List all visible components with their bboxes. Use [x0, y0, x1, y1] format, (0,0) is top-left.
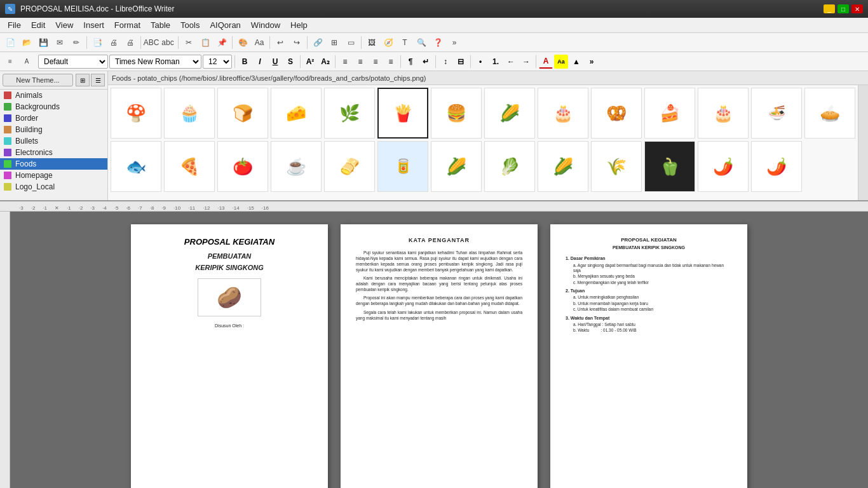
- menu-insert[interactable]: Insert: [78, 19, 109, 31]
- copy-button[interactable]: 📋: [198, 35, 213, 50]
- food-img-bread[interactable]: 🍞: [217, 88, 268, 139]
- food-img-wrap[interactable]: 🫔: [324, 141, 375, 192]
- style-indicator[interactable]: A: [19, 54, 34, 69]
- food-img-wheat[interactable]: 🌾: [591, 141, 642, 192]
- clone-button[interactable]: 🎨: [235, 35, 250, 50]
- more-fmt-button[interactable]: »: [585, 55, 599, 69]
- food-img-noodle[interactable]: 🍜: [751, 88, 802, 139]
- align-left-button[interactable]: ≡: [338, 55, 352, 69]
- food-img-burger[interactable]: 🍔: [431, 88, 482, 139]
- maximize-button[interactable]: □: [837, 4, 849, 13]
- align-center-button[interactable]: ≡: [353, 55, 367, 69]
- print-button[interactable]: 🖨: [123, 35, 138, 50]
- open-button[interactable]: 📂: [19, 35, 34, 50]
- paragraph-mark-button[interactable]: ¶: [403, 55, 417, 69]
- navigator-button[interactable]: 🧭: [381, 35, 396, 50]
- font-color-button[interactable]: A: [539, 55, 553, 69]
- underline-button[interactable]: U: [268, 55, 282, 69]
- food-img-pizza[interactable]: 🍕: [164, 141, 215, 192]
- more-button[interactable]: »: [447, 35, 462, 50]
- align-justify-button[interactable]: ≡: [384, 55, 398, 69]
- gallery-button[interactable]: 🖼: [364, 35, 379, 50]
- category-foods[interactable]: Foods: [0, 158, 107, 170]
- nonprint-chars-button[interactable]: ↵: [419, 55, 433, 69]
- indent-more-button[interactable]: →: [519, 55, 533, 69]
- new-button[interactable]: 📄: [3, 35, 18, 50]
- save-button[interactable]: 💾: [36, 35, 51, 50]
- food-img-mushroom[interactable]: 🍄: [111, 88, 161, 139]
- food-img-chili[interactable]: 🌶️: [698, 141, 749, 192]
- food-img-cake3[interactable]: 🎂: [698, 88, 749, 139]
- align-right-button[interactable]: ≡: [369, 55, 383, 69]
- list-number-button[interactable]: 1.: [489, 55, 503, 69]
- food-img-fish2[interactable]: 🐟: [111, 141, 161, 192]
- strikethrough-button[interactable]: S: [283, 55, 297, 69]
- menu-view[interactable]: View: [50, 19, 78, 31]
- food-img-corn2[interactable]: 🌽: [431, 141, 482, 192]
- help-agent-button[interactable]: ❓: [430, 35, 445, 50]
- cut-button[interactable]: ✂: [181, 35, 196, 50]
- char-bg-button[interactable]: ▲: [569, 55, 583, 69]
- pages-container[interactable]: PROPOSAL KEGIATAN PEMBUATAN KERIPIK SING…: [10, 212, 868, 488]
- food-img-pretzel[interactable]: 🥨: [591, 88, 642, 139]
- edit-file-button[interactable]: ✏: [69, 35, 84, 50]
- category-border[interactable]: Border: [0, 112, 107, 124]
- spellcheck-button[interactable]: ABC: [144, 35, 159, 50]
- food-img-corn-snack[interactable]: 🌽: [484, 88, 535, 139]
- food-img-corn3[interactable]: 🌽: [538, 141, 588, 192]
- font-work-button[interactable]: T: [397, 35, 412, 50]
- category-electronics[interactable]: Electronics: [0, 147, 107, 158]
- hyperlink-button[interactable]: 🔗: [310, 35, 325, 50]
- paste-button[interactable]: 📌: [214, 35, 229, 50]
- menu-window[interactable]: Window: [246, 19, 285, 31]
- food-img-chili2[interactable]: 🌶️: [751, 141, 802, 192]
- print-preview-button[interactable]: 🖨: [106, 35, 121, 50]
- line-spacing-button[interactable]: ↕: [438, 55, 452, 69]
- menu-format[interactable]: Format: [109, 19, 146, 31]
- autocorrect-button[interactable]: abc: [160, 35, 175, 50]
- close-button[interactable]: ✕: [851, 4, 863, 13]
- category-homepage[interactable]: Homepage: [0, 170, 107, 181]
- format-button[interactable]: Aa: [252, 35, 267, 50]
- category-animals[interactable]: Animals: [0, 90, 107, 101]
- superscript-button[interactable]: A²: [303, 55, 317, 69]
- food-img-coffee[interactable]: ☕: [271, 141, 322, 192]
- food-img-pepper[interactable]: 🫑: [644, 141, 695, 192]
- column-button[interactable]: ⊟: [454, 55, 468, 69]
- styles-toggle[interactable]: ≡: [3, 54, 18, 69]
- find-button[interactable]: 🔍: [414, 35, 429, 50]
- food-img-can[interactable]: 🥫: [377, 141, 428, 192]
- bold-button[interactable]: B: [238, 55, 252, 69]
- paragraph-style-select[interactable]: Default: [38, 55, 108, 69]
- table-button[interactable]: ⊞: [327, 35, 342, 50]
- email-button[interactable]: ✉: [52, 35, 67, 50]
- indent-less-button[interactable]: ←: [504, 55, 518, 69]
- icon-view-button[interactable]: ⊞: [76, 74, 90, 86]
- food-img-cheese[interactable]: 🧀: [271, 88, 322, 139]
- menu-help[interactable]: Help: [285, 19, 313, 31]
- undo-button[interactable]: ↩: [273, 35, 288, 50]
- category-bullets[interactable]: Bullets: [0, 135, 107, 147]
- list-bullet-button[interactable]: •: [473, 55, 487, 69]
- menu-edit[interactable]: Edit: [26, 19, 50, 31]
- minimize-button[interactable]: _: [824, 4, 835, 13]
- font-name-select[interactable]: Times New Roman: [109, 55, 201, 69]
- category-backgrounds[interactable]: Backgrounds: [0, 101, 107, 112]
- category-logo-local[interactable]: Logo_Local: [0, 181, 107, 193]
- menu-tools[interactable]: Tools: [175, 19, 205, 31]
- food-img-cabbage[interactable]: 🥬: [484, 141, 535, 192]
- food-img-muffin[interactable]: 🧁: [164, 88, 215, 139]
- gallery-scrollbar[interactable]: [858, 85, 868, 200]
- font-size-select[interactable]: 12: [203, 55, 232, 69]
- subscript-button[interactable]: A₂: [318, 55, 332, 69]
- highlight-button[interactable]: Aa: [554, 55, 568, 69]
- menu-file[interactable]: File: [3, 19, 26, 31]
- category-building[interactable]: Building: [0, 124, 107, 135]
- pdf-button[interactable]: 📑: [90, 35, 105, 50]
- menu-aiqoran[interactable]: AIQoran: [205, 19, 245, 31]
- frame-button[interactable]: ▭: [343, 35, 358, 50]
- italic-button[interactable]: I: [253, 55, 267, 69]
- menu-table[interactable]: Table: [146, 19, 175, 31]
- new-theme-button[interactable]: New Theme...: [3, 74, 73, 86]
- redo-button[interactable]: ↪: [289, 35, 304, 50]
